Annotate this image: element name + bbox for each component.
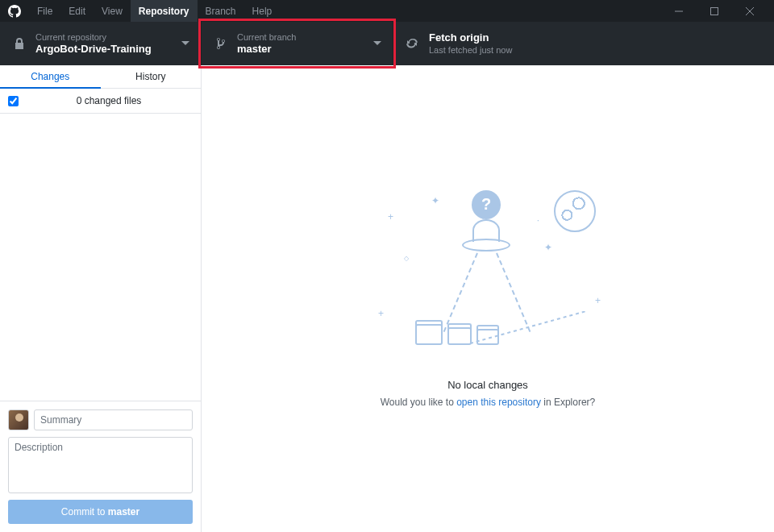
ufo-icon xyxy=(462,219,510,251)
changes-count-label: 0 changed files xyxy=(25,95,193,106)
commit-description-input[interactable] xyxy=(8,437,193,493)
question-bubble-icon: ? xyxy=(472,190,501,219)
empty-subtitle: Would you like to open this repository i… xyxy=(381,396,596,408)
github-logo-icon xyxy=(6,3,23,19)
commit-panel: Commit to master xyxy=(0,401,201,532)
empty-title: No local changes xyxy=(447,379,528,391)
svg-line-4 xyxy=(470,311,586,343)
toolbar: Current repository ArgoBot-Drive-Trainin… xyxy=(0,22,774,65)
menu-view[interactable]: View xyxy=(94,0,131,22)
window-maximize-button[interactable] xyxy=(697,0,732,22)
menu-repository[interactable]: Repository xyxy=(131,0,198,22)
repo-value: ArgoBot-Drive-Training xyxy=(35,43,152,56)
fetch-label: Fetch origin xyxy=(429,31,512,44)
window-close-button[interactable] xyxy=(732,0,768,22)
svg-rect-1 xyxy=(711,7,718,15)
chevron-down-icon xyxy=(373,41,381,46)
fetch-origin-button[interactable]: Fetch origin Last fetched just now xyxy=(393,22,523,65)
commit-summary-input[interactable] xyxy=(34,409,193,430)
avatar xyxy=(8,409,29,430)
current-repository-selector[interactable]: Current repository ArgoBot-Drive-Trainin… xyxy=(0,22,202,65)
sync-icon xyxy=(405,37,421,50)
branch-label: Current branch xyxy=(237,31,296,43)
commit-button[interactable]: Commit to master xyxy=(8,500,193,524)
sidebar-tabs: Changes History xyxy=(0,65,201,89)
repo-label: Current repository xyxy=(35,31,152,43)
commit-btn-branch: master xyxy=(108,506,139,517)
window-minimize-button[interactable] xyxy=(661,0,697,22)
menu-help[interactable]: Help xyxy=(244,0,281,22)
chevron-down-icon xyxy=(181,41,189,46)
main-pane: ✦ + · ◇ + ✦ + ? No local c xyxy=(202,65,774,532)
tab-changes[interactable]: Changes xyxy=(0,65,101,89)
lock-icon xyxy=(11,37,27,50)
changes-header: 0 changed files xyxy=(0,89,201,114)
current-branch-selector[interactable]: Current branch master xyxy=(202,22,393,65)
empty-state-illustration: ✦ + · ◇ + ✦ + ? xyxy=(375,190,601,351)
planet-icon xyxy=(554,190,596,232)
tab-history[interactable]: History xyxy=(101,65,202,88)
commit-btn-prefix: Commit to xyxy=(61,506,108,517)
menu-edit[interactable]: Edit xyxy=(60,0,94,22)
fetch-status: Last fetched just now xyxy=(429,44,512,56)
menubar: File Edit View Repository Branch Help xyxy=(0,0,774,22)
sidebar: Changes History 0 changed files Commit t… xyxy=(0,65,202,532)
branch-value: master xyxy=(237,43,296,56)
menu-branch[interactable]: Branch xyxy=(198,0,244,22)
menu-file[interactable]: File xyxy=(29,0,60,22)
git-branch-icon xyxy=(213,37,229,50)
select-all-checkbox[interactable] xyxy=(8,96,19,106)
open-in-explorer-link[interactable]: open this repository xyxy=(456,397,541,408)
